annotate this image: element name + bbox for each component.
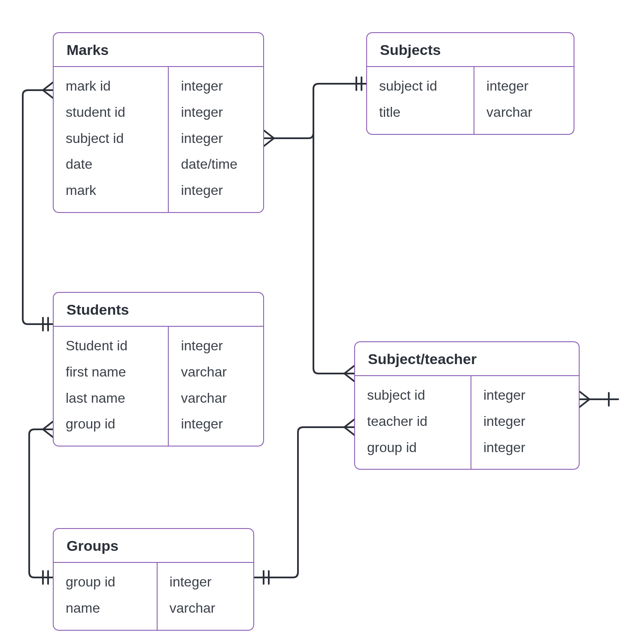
- field-type: integer: [181, 125, 251, 152]
- field-type: varchar: [181, 359, 251, 385]
- field-name: student id: [66, 99, 156, 125]
- field-type: date/time: [181, 151, 251, 177]
- field-type: varchar: [181, 385, 251, 411]
- entity-title: Groups: [54, 529, 253, 563]
- field-name: subject id: [379, 73, 462, 99]
- entity-subject-teacher: Subject/teacher subject id teacher id gr…: [354, 341, 580, 470]
- field-name: group id: [66, 569, 145, 595]
- field-type: varchar: [170, 595, 241, 621]
- field-type: integer: [483, 434, 567, 461]
- field-type: integer: [486, 73, 562, 99]
- field-name: subject id: [66, 125, 156, 152]
- entity-students: Students Student id first name last name…: [53, 292, 264, 447]
- field-name: title: [379, 99, 462, 125]
- field-type: integer: [181, 99, 251, 125]
- field-type: integer: [181, 177, 251, 204]
- field-name: mark: [66, 177, 156, 204]
- entity-title: Marks: [54, 33, 263, 67]
- field-type: integer: [181, 333, 251, 359]
- field-name: name: [66, 595, 145, 621]
- field-name: group id: [66, 411, 156, 437]
- entity-title: Students: [54, 293, 263, 327]
- field-type: varchar: [486, 99, 562, 125]
- entity-groups: Groups group id name integer varchar: [53, 528, 254, 631]
- field-type: integer: [181, 73, 251, 99]
- field-type: integer: [483, 408, 567, 434]
- field-name: first name: [66, 359, 156, 385]
- field-name: date: [66, 151, 156, 177]
- field-name: group id: [367, 434, 459, 461]
- entity-title: Subjects: [367, 33, 574, 67]
- field-type: integer: [483, 382, 567, 408]
- field-name: mark id: [66, 73, 156, 99]
- field-type: integer: [181, 411, 251, 437]
- entity-title: Subject/teacher: [355, 342, 579, 376]
- field-type: integer: [170, 569, 241, 595]
- entity-subjects: Subjects subject id title integer varcha…: [366, 32, 574, 135]
- entity-marks: Marks mark id student id subject id date…: [53, 32, 264, 213]
- field-name: Student id: [66, 333, 156, 359]
- field-name: subject id: [367, 382, 459, 408]
- field-name: teacher id: [367, 408, 459, 434]
- field-name: last name: [66, 385, 156, 411]
